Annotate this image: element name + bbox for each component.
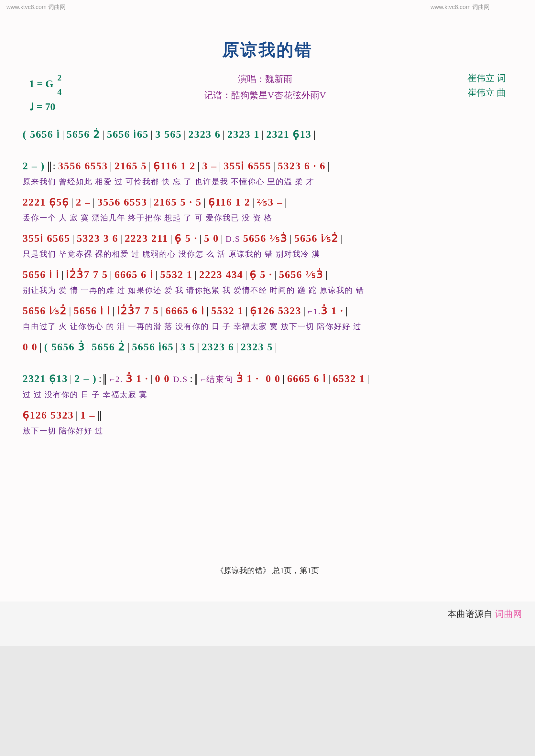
- barline: |: [74, 409, 80, 421]
- note-group: 2221 6̣56̣: [23, 196, 69, 208]
- footer-prefix: 本曲谱源自: [447, 609, 493, 619]
- barline: |: [250, 196, 257, 208]
- note-group: 2323 6: [188, 128, 221, 140]
- barline: |: [60, 128, 67, 140]
- score-body: ( 5656 i̇|5656 2̇|5656 i̇65|3 565|2323 6…: [23, 128, 512, 436]
- watermark-right: www.ktvc8.com 词曲网: [431, 3, 490, 11]
- barline: |: [219, 232, 225, 244]
- barline: |: [149, 373, 155, 384]
- note-group: 6̣126 5323: [23, 409, 74, 421]
- note-group: 5 0: [204, 232, 219, 244]
- barline: |: [67, 305, 73, 316]
- watermark-left: www.ktvc8.com 词曲网: [7, 3, 66, 11]
- note-group: 5656 i̇⁄₅2̇: [23, 305, 67, 316]
- note-group: 355i̇ 6565: [23, 232, 70, 244]
- barline: |: [111, 305, 117, 316]
- barline: |: [234, 341, 241, 353]
- barline: |: [217, 160, 223, 172]
- note-group: 2165 5 · 5: [154, 196, 202, 208]
- staff-line: 355i̇ 6565|5323 3 6|2223 211|6̣ 5 ·|5 0|…: [23, 232, 512, 244]
- note-group: ( 5656 i̇: [23, 128, 60, 140]
- note-group: 5656 i̇65: [132, 341, 174, 353]
- lyric-line: 别让我为 爱 情 一再的难 过 如果你还 爱 我 请你抱紧 我 爱情不经 时间的…: [23, 285, 512, 295]
- barline: |: [259, 373, 266, 384]
- note-group: 2223 434: [199, 269, 243, 280]
- barline: |: [205, 305, 211, 316]
- key-signature-block: 1 = G 2 4 ♩ = 70: [29, 71, 63, 115]
- note-group: 6̣ 5 ·: [250, 269, 272, 280]
- note-group: 6665 6 i̇: [115, 269, 154, 280]
- lyric-line: 放下一切 陪你好好 过: [23, 426, 512, 436]
- lyric-line: 丢你一个 人 寂 寞 漂泊几年 终于把你 想起 了 可 爱你我已 没 资 格: [23, 213, 512, 223]
- barline: |: [69, 196, 76, 208]
- barline: |: [85, 341, 92, 353]
- note-group: 1 –: [80, 409, 95, 421]
- key-signature: 1 = G: [29, 78, 53, 90]
- note-group: 2165 5: [115, 160, 147, 172]
- barline: |: [60, 269, 66, 280]
- note-group: 3556 6553: [98, 196, 147, 208]
- staff-line: 5656 i̇ i̇|i̇2̇3̇7 7 5|6665 6 i̇|5532 1|…: [23, 268, 512, 281]
- note-group: 2323 6: [202, 341, 234, 353]
- credits-center: 演唱：魏新雨 记谱：酷狗繁星V杏花弦外雨V: [204, 71, 326, 104]
- staff-line: 2221 6̣56̣|2 –|3556 6553|2165 5 · 5|6̣11…: [23, 196, 512, 208]
- note-group: 5656 i̇65: [107, 128, 149, 140]
- barline: |: [243, 305, 250, 316]
- note-group: 2321 6̣13: [23, 373, 68, 384]
- song-title: 原谅我的错: [23, 39, 512, 62]
- page-container: www.ktvc8.com 词曲网 www.ktvc8.com 词曲网 原谅我的…: [0, 0, 535, 646]
- note-group: ⌐2.: [110, 375, 126, 384]
- lyric-line: 只是我们 毕竟赤裸 裸的相爱 过 脆弱的心 没你怎 么 活 原谅我的 错 别对我…: [23, 249, 512, 259]
- note-group: D.S: [225, 234, 243, 244]
- note-group: 5656 i̇ i̇: [23, 269, 60, 280]
- note-group: ⌐1.: [308, 307, 321, 316]
- note-group: 6̣116 1 2: [153, 160, 195, 172]
- barline: |: [168, 232, 175, 244]
- barline: |: [125, 341, 132, 353]
- barline: :‖: [97, 373, 110, 384]
- note-group: 5323 6 · 6: [278, 160, 326, 172]
- barline: |: [243, 269, 250, 280]
- page-footer: 本曲谱源自 词曲网: [0, 602, 535, 627]
- note-group: 6665 6 i̇: [287, 373, 326, 384]
- barline: |: [91, 196, 97, 208]
- barline: |: [108, 160, 115, 172]
- note-group: D.S: [173, 375, 188, 384]
- note-group: 6665 6 i̇: [166, 305, 205, 316]
- note-group: 2323 5: [241, 341, 273, 353]
- barline: |: [344, 305, 350, 316]
- staff-line: 2321 6̣13|2 – ):‖⌐2. 3̇ 1 ·|0 0 D.S:‖⌐结束…: [23, 372, 512, 385]
- barline: |: [288, 232, 294, 244]
- barline: |: [195, 341, 202, 353]
- barline: |: [182, 128, 188, 140]
- barline: |: [271, 160, 277, 172]
- note-group: 5323 3 6: [77, 232, 118, 244]
- note-group: 3̇ 1 ·: [321, 305, 344, 316]
- note-group: 5656 2̇: [67, 128, 100, 140]
- note-group: 6̣ 5 ·: [175, 232, 197, 244]
- barline: |: [147, 160, 153, 172]
- footer-link[interactable]: 词曲网: [495, 609, 522, 619]
- page-number: 《原谅我的错》 总1页，第1页: [23, 565, 512, 576]
- note-group: 5532 1: [211, 305, 243, 316]
- note-group: 3 5: [180, 341, 195, 353]
- time-signature: 2 4: [56, 71, 63, 98]
- note-group: 3̇ 1 ·: [126, 373, 149, 384]
- transcriber-label: 记谱：: [204, 90, 231, 100]
- barline: |: [147, 196, 154, 208]
- barline: |: [68, 373, 74, 384]
- note-group: 3 –: [202, 160, 217, 172]
- staff-line: ( 5656 i̇|5656 2̇|5656 i̇65|3 565|2323 6…: [23, 128, 512, 140]
- lyric-line: 原来我们 曾经如此 相爱 过 可怜我都 快 忘 了 也许是我 不懂你心 里的温 …: [23, 176, 512, 187]
- lyric-line: 过 过 没有你的 日 子 幸福太寂 寞: [23, 390, 512, 400]
- barline: ‖:: [45, 160, 58, 172]
- note-group: 2 – ): [74, 373, 97, 384]
- staff-line: 5656 i̇⁄₅2̇|5656 i̇ i̇|i̇2̇3̇7 7 5|6665 …: [23, 305, 512, 317]
- performer-label: 演唱：: [238, 74, 265, 84]
- tempo-marking: ♩ = 70: [29, 98, 63, 115]
- barline: :‖: [188, 373, 201, 384]
- score-header: 1 = G 2 4 ♩ = 70 演唱：魏新雨 记谱：酷狗繁星V杏花弦外雨V 崔…: [29, 71, 506, 115]
- note-group: 5656 i̇ i̇: [74, 305, 111, 316]
- barline: |: [272, 269, 279, 280]
- barline: |: [324, 269, 330, 280]
